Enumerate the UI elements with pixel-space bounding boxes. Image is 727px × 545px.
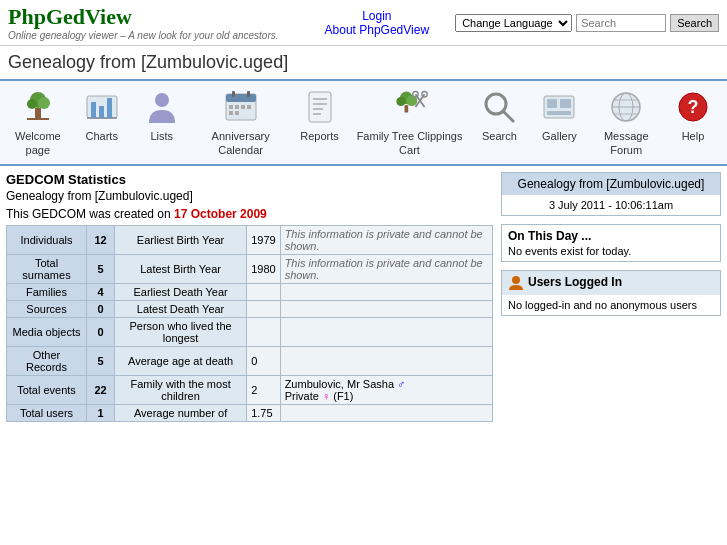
svg-rect-18 bbox=[247, 105, 251, 109]
nav-links: Login About PhpGedView bbox=[299, 9, 456, 37]
right-controls: Change Language Search bbox=[455, 14, 719, 32]
search-button[interactable]: Search bbox=[670, 14, 719, 32]
svg-text:?: ? bbox=[687, 97, 698, 117]
svg-point-10 bbox=[155, 93, 169, 107]
stat-year-avgnum: 1.75 bbox=[247, 404, 280, 421]
nav-help-label: Help bbox=[682, 129, 705, 143]
svg-point-1 bbox=[27, 99, 37, 109]
table-row: Media objects 0 Person who lived the lon… bbox=[7, 317, 493, 346]
family-husband: Zumbulovic, Mr Sasha ♂ bbox=[285, 378, 406, 390]
stat-info-ldy bbox=[280, 300, 492, 317]
stat-subheader-lby: Latest Birth Year bbox=[115, 254, 247, 283]
nav-lists[interactable]: Lists bbox=[132, 87, 192, 143]
stat-label-sources: Sources bbox=[7, 300, 87, 317]
table-row: Individuals 12 Earliest Birth Year 1979 … bbox=[7, 225, 493, 254]
svg-rect-17 bbox=[241, 105, 245, 109]
login-link[interactable]: Login bbox=[299, 9, 456, 23]
stat-subheader-avgage: Average age at death bbox=[115, 346, 247, 375]
svg-point-32 bbox=[412, 92, 417, 97]
svg-rect-4 bbox=[27, 118, 49, 120]
users-logged-title: Users Logged In bbox=[528, 275, 622, 289]
stat-value-families: 4 bbox=[87, 283, 115, 300]
language-select[interactable]: Change Language bbox=[455, 14, 572, 32]
nav-clippings-label: Family Tree Clippings Cart bbox=[350, 129, 470, 158]
stat-year-lby: 1980 bbox=[247, 254, 280, 283]
stat-year-ldy bbox=[247, 300, 280, 317]
svg-rect-9 bbox=[107, 98, 112, 118]
stat-subheader-ldy: Latest Death Year bbox=[115, 300, 247, 317]
stat-label-families: Families bbox=[7, 283, 87, 300]
users-logged-text: No logged-in and no anonymous users bbox=[508, 299, 714, 311]
stat-value-users: 1 bbox=[87, 404, 115, 421]
report-icon bbox=[300, 87, 340, 127]
table-row: Other Records 5 Average age at death 0 bbox=[7, 346, 493, 375]
magnifier-icon bbox=[479, 87, 519, 127]
header: PhpGedView Online genealogy viewer – A n… bbox=[0, 0, 727, 46]
nav-reports[interactable]: Reports bbox=[290, 87, 350, 143]
nav-gallery[interactable]: Gallery bbox=[529, 87, 589, 143]
stat-year-longest bbox=[247, 317, 280, 346]
stat-label-media: Media objects bbox=[7, 317, 87, 346]
gallery-icon bbox=[539, 87, 579, 127]
right-box-users: Users Logged In No logged-in and no anon… bbox=[501, 270, 721, 316]
svg-rect-21 bbox=[309, 92, 331, 122]
logo-title: PhpGedView bbox=[8, 4, 279, 30]
on-this-day-title: On This Day ... bbox=[508, 229, 714, 243]
stat-label-events: Total events bbox=[7, 375, 87, 404]
nav-welcome[interactable]: Welcome page bbox=[4, 87, 72, 158]
gedcom-subtitle: Genealogy from [Zumbulovic.uged] bbox=[6, 189, 493, 203]
nav-charts[interactable]: Charts bbox=[72, 87, 132, 143]
svg-rect-3 bbox=[35, 108, 41, 118]
stat-info-edy bbox=[280, 283, 492, 300]
stat-label-other: Other Records bbox=[7, 346, 87, 375]
table-row: Families 4 Earliest Death Year bbox=[7, 283, 493, 300]
stat-subheader-avgnum: Average number of bbox=[115, 404, 247, 421]
search-input[interactable] bbox=[576, 14, 666, 32]
gedcom-created: This GEDCOM was created on 17 October 20… bbox=[6, 207, 493, 221]
svg-rect-20 bbox=[235, 111, 239, 115]
nav-anniversary-label: Anniversary Calendar bbox=[192, 129, 290, 158]
table-row: Total events 22 Family with the most chi… bbox=[7, 375, 493, 404]
stat-info-eby: This information is private and cannot b… bbox=[280, 225, 492, 254]
stat-value-media: 0 bbox=[87, 317, 115, 346]
nav-search-label: Search bbox=[482, 129, 517, 143]
stat-info-lby: This information is private and cannot b… bbox=[280, 254, 492, 283]
scissors-tree-icon bbox=[390, 87, 430, 127]
nav-forum[interactable]: Message Forum bbox=[589, 87, 663, 158]
svg-rect-38 bbox=[560, 99, 571, 108]
nav-help[interactable]: ? Help bbox=[663, 87, 723, 143]
main-content: GEDCOM Statistics Genealogy from [Zumbul… bbox=[0, 166, 727, 428]
logo-subtitle: Online genealogy viewer – A new look for… bbox=[8, 30, 279, 41]
nav-gallery-label: Gallery bbox=[542, 129, 577, 143]
right-box-genealogy: Genealogy from [Zumbulovic.uged] 3 July … bbox=[501, 172, 721, 216]
nav-clippings[interactable]: Family Tree Clippings Cart bbox=[350, 87, 470, 158]
nav-anniversary[interactable]: Anniversary Calendar bbox=[192, 87, 290, 158]
logo-php: Php bbox=[8, 4, 46, 29]
stat-year-eby: 1979 bbox=[247, 225, 280, 254]
right-box-genealogy-date: 3 July 2011 - 10:06:11am bbox=[502, 195, 720, 215]
stat-info-longest bbox=[280, 317, 492, 346]
stat-value-individuals: 12 bbox=[87, 225, 115, 254]
stat-value-sources: 0 bbox=[87, 300, 115, 317]
gedcom-title: GEDCOM Statistics bbox=[6, 172, 493, 187]
help-icon: ? bbox=[673, 87, 713, 127]
about-link[interactable]: About PhpGedView bbox=[299, 23, 456, 37]
right-box-onthisday-body: On This Day ... No events exist for toda… bbox=[502, 225, 720, 261]
svg-rect-39 bbox=[547, 111, 571, 115]
stat-year-mostchildren: 2 bbox=[247, 375, 280, 404]
stat-info-mostchildren: Zumbulovic, Mr Sasha ♂ Private ♀ (F1) bbox=[280, 375, 492, 404]
globe-icon bbox=[606, 87, 646, 127]
nav-reports-label: Reports bbox=[300, 129, 339, 143]
logo-ged: Ged bbox=[46, 4, 85, 29]
gedcom-date: 17 October 2009 bbox=[174, 207, 267, 221]
table-row: Total users 1 Average number of 1.75 bbox=[7, 404, 493, 421]
stat-year-avgage: 0 bbox=[247, 346, 280, 375]
nav-search[interactable]: Search bbox=[469, 87, 529, 143]
stat-subheader-eby: Earliest Birth Year bbox=[115, 225, 247, 254]
logo-area: PhpGedView Online genealogy viewer – A n… bbox=[8, 4, 279, 41]
svg-point-33 bbox=[421, 92, 426, 97]
nav-bar: Welcome page Charts Lists bbox=[0, 81, 727, 166]
stat-subheader-mostchildren: Family with the most children bbox=[115, 375, 247, 404]
svg-rect-19 bbox=[229, 111, 233, 115]
calendar-icon bbox=[221, 87, 261, 127]
